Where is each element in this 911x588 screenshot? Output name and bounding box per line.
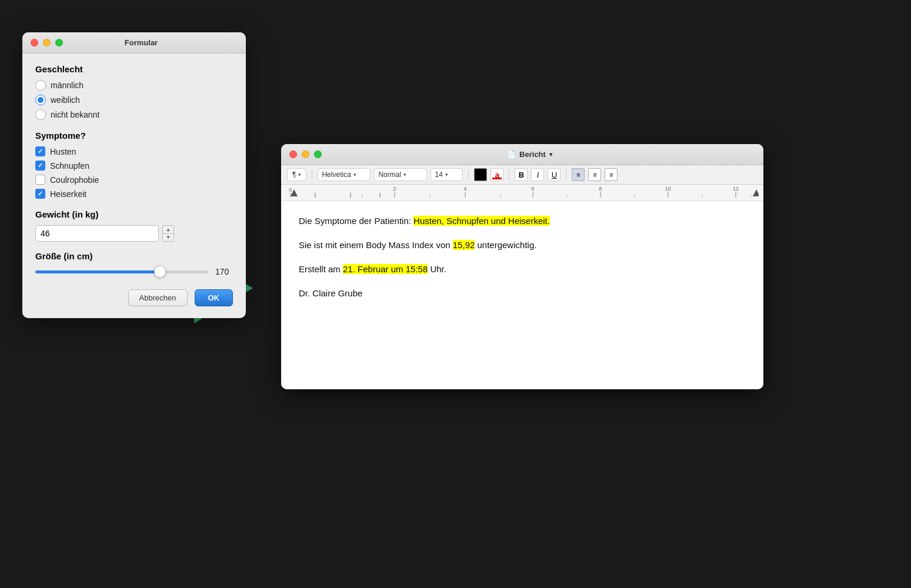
- checkbox-label-schnupfen: Schnupfen: [50, 161, 89, 171]
- svg-text:2: 2: [393, 186, 396, 192]
- align-center-icon: ≡: [593, 171, 596, 178]
- symptome-group: ✓ Husten ✓ Schnupfen Coulrophobie ✓ Heis…: [35, 146, 233, 199]
- checkbox-box-schnupfen: ✓: [35, 161, 45, 171]
- radio-nicht-bekannt[interactable]: nicht bekannt: [35, 109, 233, 120]
- checkbox-husten[interactable]: ✓ Husten: [35, 146, 233, 156]
- svg-marker-21: [753, 189, 759, 196]
- separator-4: [566, 169, 566, 180]
- checkbox-label-heiserkeit: Heiserkeit: [50, 189, 86, 199]
- geschlecht-group: männlich weiblich nicht bekannt: [35, 80, 233, 120]
- underline-button[interactable]: U: [548, 168, 560, 181]
- line3-prefix: Erstellt am: [299, 264, 343, 274]
- size-chevron: ▾: [445, 172, 448, 178]
- svg-text:6: 6: [531, 186, 534, 192]
- svg-text:4: 4: [463, 186, 466, 192]
- font-dropdown[interactable]: Helvetica ▾: [318, 168, 371, 181]
- close-button[interactable]: [31, 39, 38, 46]
- svg-text:12: 12: [733, 186, 739, 192]
- formular-content: Geschlecht männlich weiblich nicht bekan…: [22, 54, 246, 318]
- text-highlight-button[interactable]: a: [490, 168, 503, 181]
- bericht-window: 📄 Bericht ▾ ¶ ▾ Helvetica ▾ Normal ▾ 14 …: [281, 144, 763, 389]
- svg-text:8: 8: [599, 186, 602, 192]
- text-color-swatch[interactable]: [474, 168, 487, 181]
- gewicht-input[interactable]: [35, 225, 159, 242]
- size-dropdown[interactable]: 14 ▾: [431, 168, 463, 181]
- checkbox-box-husten: ✓: [35, 146, 45, 156]
- geschlecht-label: Geschlecht: [35, 64, 233, 74]
- paragraph-4: Dr. Claire Grube: [299, 285, 746, 301]
- line2-suffix: untergewichtig.: [475, 240, 536, 250]
- line3-suffix: Uhr.: [428, 264, 446, 274]
- checkmark-heiserkeit: ✓: [38, 191, 43, 197]
- checkmark-schnupfen: ✓: [38, 162, 43, 169]
- gewicht-section: Gewicht (in kg) ▲ ▼: [35, 209, 233, 242]
- align-left-icon: ≡: [576, 171, 580, 178]
- font-size: 14: [435, 171, 442, 179]
- paragraph-button[interactable]: ¶ ▾: [287, 168, 306, 181]
- gewicht-stepper[interactable]: ▲ ▼: [162, 225, 174, 242]
- formular-titlebar: Formular: [22, 32, 246, 54]
- radio-dot-weiblich: [38, 97, 44, 103]
- radio-circle-nicht-bekannt: [35, 109, 46, 120]
- style-name: Normal: [378, 171, 401, 179]
- separator-1: [312, 169, 312, 180]
- gewicht-input-row: ▲ ▼: [35, 225, 233, 242]
- chevron-down-icon: ▾: [549, 151, 552, 158]
- groesse-slider-track[interactable]: [35, 270, 208, 273]
- bold-icon: B: [519, 171, 524, 179]
- radio-maennlich[interactable]: männlich: [35, 80, 233, 91]
- style-dropdown[interactable]: Normal ▾: [374, 168, 427, 181]
- line2-prefix: Sie ist mit einem Body Mass Index von: [299, 240, 453, 250]
- checkbox-coulrophobie[interactable]: Coulrophobie: [35, 175, 233, 185]
- groesse-section: Größe (in cm) 170: [35, 251, 233, 276]
- italic-button[interactable]: I: [531, 168, 544, 181]
- bericht-close-button[interactable]: [289, 151, 297, 158]
- symptome-label: Symptome?: [35, 131, 233, 141]
- radio-label-nicht-bekannt: nicht bekannt: [51, 110, 99, 119]
- align-right-button[interactable]: ≡: [605, 168, 618, 181]
- a-letter: a: [495, 171, 499, 179]
- bericht-titlebar: 📄 Bericht ▾: [281, 144, 763, 165]
- checkbox-schnupfen[interactable]: ✓ Schnupfen: [35, 161, 233, 171]
- radio-weiblich[interactable]: weiblich: [35, 95, 233, 105]
- document-icon: 📄: [506, 150, 516, 159]
- gewicht-label: Gewicht (in kg): [35, 209, 233, 219]
- groesse-slider-row: 170: [35, 267, 233, 276]
- underline-icon: U: [552, 171, 557, 179]
- cancel-button[interactable]: Abbrechen: [128, 289, 188, 306]
- button-row: Abbrechen OK: [35, 289, 233, 306]
- italic-icon: I: [537, 171, 539, 179]
- formular-title: Formular: [45, 38, 238, 47]
- bericht-toolbar: ¶ ▾ Helvetica ▾ Normal ▾ 14 ▾ a B I U: [281, 165, 763, 185]
- groesse-value: 170: [215, 267, 233, 276]
- paragraph-2: Sie ist mit einem Body Mass Index von 15…: [299, 237, 746, 253]
- checkbox-label-husten: Husten: [50, 147, 76, 156]
- bericht-title-group: 📄 Bericht ▾: [303, 150, 755, 159]
- document-body: Die Symptome der Patientin: Husten, Schn…: [281, 201, 763, 389]
- line3-highlight: 21. Februar um 15:58: [343, 264, 428, 274]
- line1-highlight: Husten, Schnupfen und Heiserkeit.: [413, 216, 550, 226]
- align-center-button[interactable]: ≡: [588, 168, 601, 181]
- checkbox-box-coulrophobie: [35, 175, 45, 185]
- checkbox-heiserkeit[interactable]: ✓ Heiserkeit: [35, 189, 233, 199]
- stepper-down-button[interactable]: ▼: [163, 234, 173, 242]
- align-left-button[interactable]: ≡: [572, 168, 585, 181]
- paragraph-3: Erstellt am 21. Februar um 15:58 Uhr.: [299, 261, 746, 277]
- groesse-slider-thumb[interactable]: [154, 266, 166, 278]
- stepper-up-button[interactable]: ▲: [163, 226, 173, 234]
- radio-label-weiblich: weiblich: [51, 95, 80, 105]
- style-chevron: ▾: [403, 172, 406, 178]
- separator-3: [509, 169, 509, 180]
- checkbox-box-heiserkeit: ✓: [35, 189, 45, 199]
- radio-circle-weiblich: [35, 95, 46, 105]
- font-name: Helvetica: [322, 171, 351, 179]
- bold-button[interactable]: B: [515, 168, 528, 181]
- checkmark-husten: ✓: [38, 148, 43, 155]
- svg-text:10: 10: [665, 186, 671, 192]
- ruler-svg: 0 2 4 6 8 10 12: [286, 185, 759, 201]
- checkbox-label-coulrophobie: Coulrophobie: [50, 175, 99, 185]
- radio-label-maennlich: männlich: [51, 81, 84, 90]
- ok-button[interactable]: OK: [195, 289, 233, 306]
- line1-prefix: Die Symptome der Patientin:: [299, 216, 413, 226]
- formular-window: Formular Geschlecht männlich weiblich ni…: [22, 32, 246, 318]
